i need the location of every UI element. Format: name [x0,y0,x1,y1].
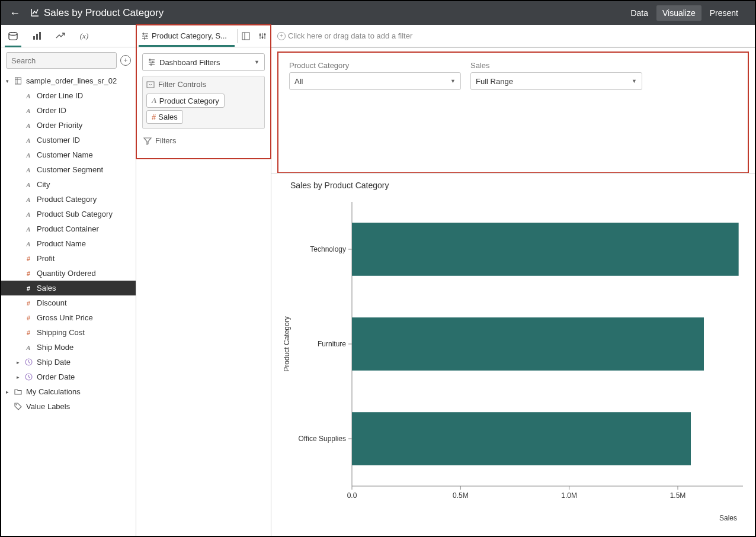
layout-icon-button[interactable] [238,25,254,47]
tree-item[interactable]: ACustomer Segment [1,162,136,177]
tree-item-label: City [37,180,50,189]
tree-item-label: Profit [37,254,55,263]
text-type-icon: A [152,96,157,105]
text-type-icon: A [24,122,33,129]
tree-item[interactable]: ▾sample_order_lines_sr_02 [1,73,136,88]
number-type-icon: # [24,300,33,307]
tree-item[interactable]: AProduct Name [1,236,136,251]
tree-item[interactable]: AProduct Container [1,221,136,236]
tree-item-label: Gross Unit Price [37,313,93,322]
bar-chart-tab-icon[interactable] [25,25,49,47]
svg-text:1.5M: 1.5M [670,491,686,500]
tree-item[interactable]: ▸Order Date [1,369,136,384]
tree-item[interactable]: #Shipping Cost [1,325,136,340]
svg-text:1.0M: 1.0M [561,491,577,500]
text-type-icon: A [24,196,33,203]
chip-product-category[interactable]: AProduct Category [146,94,225,108]
tree-item[interactable]: #Gross Unit Price [1,310,136,325]
filter-controls-panel: Filter Controls AProduct Category #Sales [142,76,265,129]
tab-present[interactable]: Present [704,5,744,21]
variable-tab-icon[interactable]: (x) [72,25,96,47]
trend-tab-icon[interactable] [49,25,72,47]
filter-icon [143,137,152,145]
dashboard-filters-select[interactable]: Dashboard Filters ▼ [142,53,265,71]
svg-text:0.0: 0.0 [347,491,357,500]
tree-item[interactable]: ▸Ship Date [1,355,136,369]
filter-hint-text: Click here or drag data to add a filter [288,31,412,40]
filter-sales-select[interactable]: Full Range▼ [470,72,642,90]
tree-item[interactable]: ACustomer Name [1,147,136,162]
filter-product-category-select[interactable]: All▼ [289,72,461,90]
svg-rect-15 [147,82,154,88]
sliders-icon [148,58,156,66]
back-button[interactable]: ← [6,4,24,22]
tree-item-label: Product Container [37,224,99,233]
data-panel: (x) + ▾sample_order_lines_sr_02AOrder Li… [1,25,136,536]
filter-drop-bar[interactable]: + Click here or drag data to add a filte… [271,25,755,47]
svg-text:Office Supplies: Office Supplies [299,435,347,443]
tree-item-label: Shipping Cost [37,328,85,337]
text-type-icon: A [24,240,33,247]
tree-item-label: Quantity Ordered [37,269,96,278]
tree-item-label: Sales [37,284,56,292]
svg-rect-10 [242,33,249,40]
page-title: Sales by Product Category [44,7,624,19]
text-type-icon: A [24,166,33,173]
number-type-icon: # [152,112,156,121]
tree-item[interactable]: ACustomer ID [1,133,136,147]
tree-item-label: Product Name [37,239,86,248]
chart-title: Sales by Product Category [290,181,745,190]
tree-item[interactable]: AOrder Priority [1,118,136,133]
tree-item[interactable]: AShip Mode [1,340,136,355]
svg-rect-31 [352,317,704,371]
filter-controls-label: Filter Controls [158,80,206,89]
sliders-icon [141,32,149,40]
app-header: ← Sales by Product Category Data Visuali… [1,1,755,25]
settings-icon-button[interactable] [254,25,271,47]
clock-icon [24,358,33,366]
tree-item[interactable]: ACity [1,177,136,192]
filters-section[interactable]: Filters [142,134,265,147]
tree-item[interactable]: AProduct Category [1,192,136,207]
tree-item-label: Order ID [37,106,66,115]
tree-item[interactable]: AOrder ID [1,103,136,118]
tree-item[interactable]: AProduct Sub Category [1,207,136,221]
filter-tab[interactable]: Product Category, S... [136,25,237,47]
bar-chart: 0.00.5M1.0M1.5MSalesProduct CategoryTech… [281,196,749,528]
dropdown-box-icon [146,81,155,89]
svg-rect-2 [36,34,38,40]
chip-sales[interactable]: #Sales [146,110,183,124]
svg-text:Furniture: Furniture [318,340,346,348]
filter-sales-label: Sales [470,61,642,70]
number-type-icon: # [24,314,33,321]
tree-item[interactable]: ▸My Calculations [1,384,136,399]
svg-rect-3 [39,32,41,40]
tree-item[interactable]: Value Labels [1,399,136,414]
tree-item-label: My Calculations [26,387,81,396]
grammar-panel: Product Category, S... Dashboard Filters… [136,25,271,536]
number-type-icon: # [24,270,33,277]
text-type-icon: A [24,92,33,99]
tree-item-label: Discount [37,298,67,307]
svg-text:Product Category: Product Category [283,316,291,371]
tab-data[interactable]: Data [624,5,654,21]
tree-item[interactable]: #Discount [1,295,136,310]
add-button[interactable]: + [120,55,131,66]
tree-item-label: sample_order_lines_sr_02 [26,76,117,85]
number-type-icon: # [24,255,33,262]
tree-item[interactable]: AOrder Line ID [1,88,136,103]
data-tab-icon[interactable] [1,25,25,47]
dashboard-filter-area: Product Category All▼ Sales Full Range▼ [277,52,749,173]
tree-item-label: Ship Date [37,358,71,366]
text-type-icon: A [24,181,33,188]
tree-item[interactable]: #Quantity Ordered [1,266,136,281]
tree-item-label: Customer Name [37,150,93,159]
tree-item-label: Value Labels [26,402,70,411]
tree-item[interactable]: #Sales [1,281,136,295]
canvas: + Click here or drag data to add a filte… [271,25,755,536]
svg-rect-34 [352,412,691,465]
search-input[interactable] [6,52,117,69]
tab-visualize[interactable]: Visualize [656,5,701,21]
tree-item-label: Product Category [37,195,97,204]
tree-item[interactable]: #Profit [1,251,136,266]
